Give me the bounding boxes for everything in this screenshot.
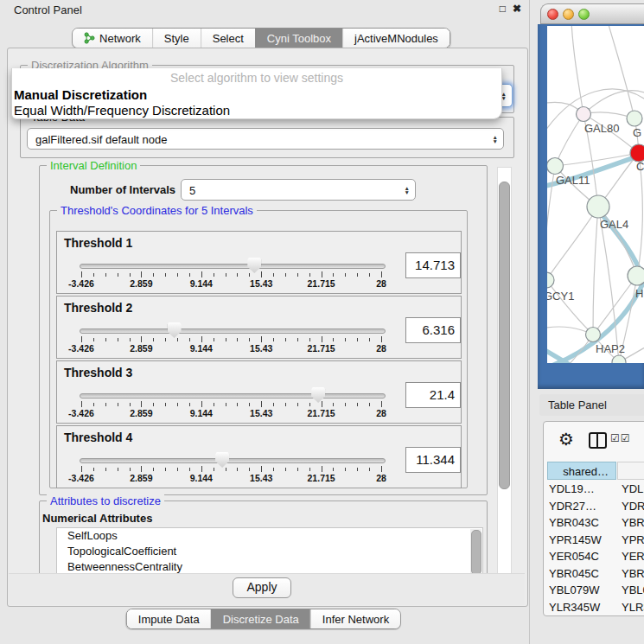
network-node-gal11[interactable] xyxy=(547,158,564,175)
zoom-window-icon[interactable] xyxy=(578,9,590,20)
table-row[interactable]: YBL079WYBL0… xyxy=(547,582,644,599)
minimize-window-icon[interactable] xyxy=(563,9,574,20)
number-of-intervals-select[interactable]: 5 ▲▼ xyxy=(181,179,416,201)
algorithm-option[interactable]: Equal Width/Frequency Discretization xyxy=(14,103,230,118)
network-node-c[interactable] xyxy=(630,144,644,162)
table-row[interactable]: YDR27…YDR2… xyxy=(547,498,644,515)
slider-tick-label: -3.426 xyxy=(68,408,94,418)
slider-tick xyxy=(93,403,94,406)
table-row[interactable]: YLR345WYLR3… xyxy=(547,599,644,616)
tab-jactivemnodules[interactable]: jActiveMNodules xyxy=(342,29,450,48)
network-edge[interactable] xyxy=(608,26,634,118)
network-node-gal4[interactable] xyxy=(587,195,609,218)
network-window-titlebar[interactable] xyxy=(540,3,644,24)
slider-tick xyxy=(130,403,131,406)
threshold-slider-thumb[interactable] xyxy=(168,322,182,338)
network-node-gal80[interactable] xyxy=(577,107,591,122)
column-header-shared-name[interactable]: shared… xyxy=(547,462,616,480)
cell-name[interactable]: YDR2… xyxy=(622,498,644,514)
table-row[interactable]: YER054CYER0… xyxy=(547,548,644,565)
slider-tick xyxy=(105,468,106,471)
tab-style[interactable]: Style xyxy=(152,29,201,48)
slider-tick xyxy=(153,273,154,277)
tab-cyni-toolbox[interactable]: Cyni Toolbox xyxy=(255,29,342,48)
network-edge[interactable] xyxy=(547,207,598,280)
threshold-slider-thumb[interactable] xyxy=(311,387,325,403)
cell-shared-name[interactable]: YLR345W xyxy=(549,599,615,615)
tab-label: Cyni Toolbox xyxy=(267,32,331,45)
network-node-hap2[interactable] xyxy=(586,328,601,342)
threshold-slider-track[interactable] xyxy=(80,393,386,399)
cell-shared-name[interactable]: YIL052C xyxy=(549,615,615,616)
algorithm-option[interactable]: Manual Discretization xyxy=(14,87,147,102)
tab-network[interactable]: Network xyxy=(73,29,152,48)
cell-shared-name[interactable]: YBR043C xyxy=(549,514,615,531)
tab-label: Style xyxy=(164,32,189,45)
cell-shared-name[interactable]: YDL19… xyxy=(549,481,615,497)
close-window-icon[interactable] xyxy=(547,9,558,20)
table-row[interactable]: YPR145WYPR1… xyxy=(547,532,644,549)
network-node-gcy1[interactable] xyxy=(547,272,554,288)
threshold-value-field[interactable]: 21.4 xyxy=(405,382,461,408)
numerical-attributes-list[interactable]: SelfLoopsTopologicalCoefficientBetweenne… xyxy=(56,527,483,577)
gear-icon[interactable]: ⚙ xyxy=(558,429,574,450)
cell-name[interactable]: YER0… xyxy=(622,548,644,564)
table-row[interactable]: YDL19…YDL1… xyxy=(547,481,644,498)
cell-shared-name[interactable]: YER054C xyxy=(549,548,615,564)
threshold-slider-track[interactable] xyxy=(80,328,386,334)
slider-tick xyxy=(165,338,166,341)
threshold-value-field[interactable]: 14.713 xyxy=(405,252,461,278)
slider-tick xyxy=(201,466,202,472)
scrollbar-thumb[interactable] xyxy=(471,530,481,575)
float-window-button[interactable]: □ xyxy=(500,3,506,15)
tab-discretize-data[interactable]: Discretize Data xyxy=(211,609,310,628)
network-graph[interactable]: GAL80GCGAL11GAL4HGCY1HAP2 xyxy=(547,26,644,363)
attribute-list-item[interactable]: SelfLoops xyxy=(57,528,482,544)
columns-icon[interactable] xyxy=(589,432,607,449)
cell-name[interactable]: YPR1… xyxy=(622,532,644,548)
tab-infer-network[interactable]: Infer Network xyxy=(310,609,400,628)
table-data-select[interactable]: galFiltered.sif default node ▲▼ xyxy=(27,128,504,150)
tab-select[interactable]: Select xyxy=(201,29,255,48)
column-header-name[interactable]: na xyxy=(617,462,644,480)
tab-impute-data[interactable]: Impute Data xyxy=(127,609,211,628)
threshold-slider-track[interactable] xyxy=(80,264,386,269)
network-node[interactable] xyxy=(612,355,626,363)
threshold-slider-thumb[interactable] xyxy=(247,258,261,273)
settings-vertical-scrollbar[interactable] xyxy=(497,167,512,578)
threshold-slider-track[interactable] xyxy=(80,458,386,463)
network-edge[interactable] xyxy=(555,114,583,166)
threshold-value-field[interactable]: 11.344 xyxy=(405,447,461,473)
cell-name[interactable]: YBR0… xyxy=(622,514,644,531)
node-table[interactable]: shared… na YDL19…YDL1…YDR27…YDR2…YBR043C… xyxy=(547,462,644,615)
control-panel-content: Discretization Algorithm ▲▼ Select algor… xyxy=(7,48,528,607)
table-row[interactable]: YBR043CYBR0… xyxy=(547,514,644,532)
cell-name[interactable]: YBR0… xyxy=(622,565,644,582)
close-panel-button[interactable]: ✖ xyxy=(513,3,521,15)
list-vertical-scrollbar[interactable] xyxy=(470,529,481,576)
cell-shared-name[interactable]: YBR045C xyxy=(549,565,615,582)
apply-button[interactable]: Apply xyxy=(233,577,291,598)
cell-name[interactable]: YIL0… xyxy=(622,615,644,616)
table-row[interactable]: YBR045CYBR0… xyxy=(547,565,644,583)
network-edge[interactable] xyxy=(593,207,598,335)
attribute-list-item[interactable]: TopologicalCoefficient xyxy=(57,544,482,559)
tab-label: Impute Data xyxy=(138,613,200,626)
tab-label: Network xyxy=(99,32,141,45)
cell-shared-name[interactable]: YPR145W xyxy=(549,532,615,548)
algorithm-placeholder: Select algorithm to view settings xyxy=(12,71,501,85)
threshold-slider-thumb[interactable] xyxy=(215,452,229,468)
cell-shared-name[interactable]: YDR27… xyxy=(549,498,615,514)
scrollbar-thumb[interactable] xyxy=(499,182,510,489)
network-node-h[interactable] xyxy=(628,266,644,285)
network-canvas[interactable]: GAL80GCGAL11GAL4HGCY1HAP2 xyxy=(547,26,644,363)
table-row[interactable]: YIL052CYIL0… xyxy=(547,615,644,616)
cell-name[interactable]: YLR3… xyxy=(622,599,644,615)
network-edge[interactable] xyxy=(571,26,583,114)
checkboxes-icon[interactable]: ☑☑ xyxy=(610,432,631,444)
cell-shared-name[interactable]: YBL079W xyxy=(549,582,615,598)
cell-name[interactable]: YDL1… xyxy=(622,481,644,497)
threshold-value-field[interactable]: 6.316 xyxy=(405,317,461,343)
cell-name[interactable]: YBL0… xyxy=(622,582,644,598)
network-node-g[interactable] xyxy=(627,111,642,126)
